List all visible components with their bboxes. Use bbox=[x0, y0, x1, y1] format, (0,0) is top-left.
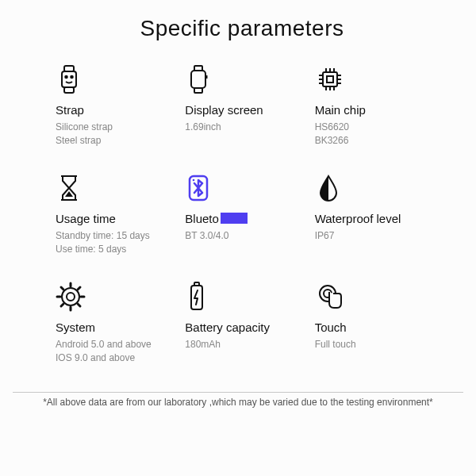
waterdrop-icon bbox=[315, 172, 347, 204]
spec-label: Strap bbox=[56, 103, 169, 117]
divider bbox=[13, 392, 463, 393]
page-title: Specific parameters bbox=[56, 16, 428, 41]
strap-icon bbox=[56, 63, 87, 95]
spec-desc: Standby time: 15 days Use time: 5 days bbox=[56, 229, 169, 257]
spec-battery: Battery capacity 180mAh bbox=[185, 281, 298, 366]
touch-icon bbox=[315, 281, 347, 313]
battery-icon bbox=[185, 281, 217, 313]
spec-desc: HS6620 BK3266 bbox=[315, 121, 428, 148]
svg-rect-9 bbox=[323, 72, 337, 86]
spec-label: Usage time bbox=[56, 212, 169, 225]
spec-label: System bbox=[56, 321, 169, 334]
spec-desc: 1.69inch bbox=[185, 121, 298, 134]
spec-desc: Android 5.0 and above IOS 9.0 and above bbox=[56, 338, 169, 366]
spec-grid: Strap Silicone strap Steel strap Display… bbox=[56, 63, 428, 365]
spec-label: Display screen bbox=[185, 103, 298, 117]
svg-rect-8 bbox=[205, 75, 208, 79]
spec-desc: 180mAh bbox=[185, 338, 298, 351]
spec-touch: Touch Full touch bbox=[315, 281, 428, 366]
gear-icon bbox=[56, 281, 87, 313]
svg-point-28 bbox=[62, 288, 79, 305]
spec-label: Blueto bbox=[185, 212, 248, 225]
display-icon bbox=[185, 63, 217, 95]
spec-desc: BT 3.0/4.0 bbox=[185, 229, 298, 243]
spec-desc: IP67 bbox=[315, 229, 428, 243]
spec-desc: Silicone strap Steel strap bbox=[56, 121, 169, 148]
svg-rect-0 bbox=[64, 66, 74, 71]
bluetooth-label-text: Blueto bbox=[185, 212, 219, 225]
svg-rect-6 bbox=[191, 71, 205, 88]
parameters-panel: Specific parameters Strap Silicone strap… bbox=[0, 0, 476, 373]
svg-point-26 bbox=[193, 178, 195, 181]
svg-rect-1 bbox=[62, 71, 76, 87]
spec-label: Waterproof level bbox=[315, 212, 428, 225]
footnote: *All above data are from our laboratory … bbox=[0, 396, 476, 409]
spec-label: Battery capacity bbox=[185, 321, 298, 334]
chip-icon bbox=[315, 63, 347, 95]
spec-label: Touch bbox=[315, 321, 428, 334]
spec-desc: Full touch bbox=[315, 338, 428, 351]
redaction-block bbox=[221, 213, 248, 224]
hourglass-icon bbox=[56, 172, 87, 204]
svg-rect-7 bbox=[194, 88, 202, 93]
spec-usage: Usage time Standby time: 15 days Use tim… bbox=[56, 172, 169, 257]
spec-chip: Main chip HS6620 BK3266 bbox=[315, 63, 428, 148]
spec-label: Main chip bbox=[315, 103, 428, 117]
spec-display: Display screen 1.69inch bbox=[185, 63, 298, 148]
svg-point-27 bbox=[67, 293, 75, 301]
spec-strap: Strap Silicone strap Steel strap bbox=[56, 63, 169, 148]
svg-point-4 bbox=[71, 76, 73, 79]
svg-rect-10 bbox=[327, 76, 333, 83]
svg-point-3 bbox=[65, 76, 67, 79]
spec-waterproof: Waterproof level IP67 bbox=[315, 172, 428, 257]
spec-system: System Android 5.0 and above IOS 9.0 and… bbox=[56, 281, 169, 366]
spec-bluetooth: Blueto BT 3.0/4.0 bbox=[185, 172, 298, 257]
svg-rect-2 bbox=[64, 87, 74, 93]
bluetooth-icon bbox=[185, 172, 217, 204]
